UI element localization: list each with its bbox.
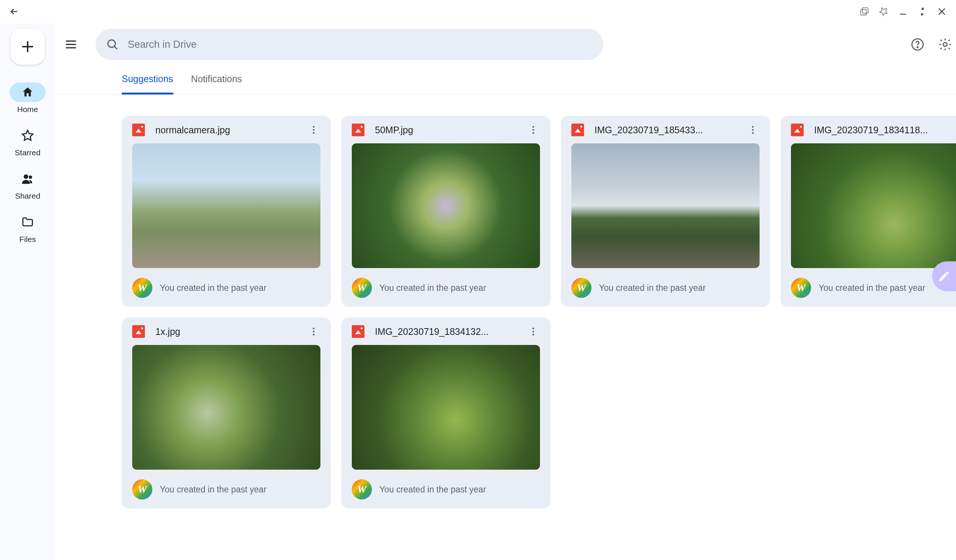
svg-line-14 — [114, 46, 117, 49]
more-button[interactable] — [746, 123, 759, 136]
new-window-icon[interactable] — [859, 6, 870, 17]
pencil-icon — [938, 270, 950, 282]
more-button[interactable] — [307, 325, 321, 338]
star-icon — [21, 129, 34, 142]
svg-point-21 — [533, 126, 535, 128]
tab-suggestions[interactable]: Suggestions — [122, 65, 173, 94]
sidebar: Home Starred Shared Files — [0, 24, 55, 560]
file-meta: You created in the past year — [160, 283, 267, 293]
owner-avatar: W — [132, 479, 153, 499]
more-vert-icon — [308, 326, 319, 337]
hamburger-icon — [64, 38, 78, 51]
close-icon[interactable] — [937, 6, 947, 17]
more-vert-icon — [308, 125, 319, 135]
svg-point-32 — [313, 334, 315, 336]
file-card[interactable]: 50MP.jpg W You created in the past year — [341, 116, 550, 307]
folder-icon — [21, 216, 34, 229]
svg-point-8 — [24, 174, 28, 179]
owner-avatar: W — [352, 479, 372, 499]
file-thumbnail — [352, 345, 540, 470]
svg-point-24 — [752, 126, 754, 128]
sidebar-item-label: Files — [19, 235, 36, 244]
restore-icon[interactable] — [917, 6, 928, 17]
file-thumbnail — [571, 143, 759, 268]
file-meta: You created in the past year — [819, 283, 925, 293]
svg-point-31 — [313, 331, 315, 333]
svg-point-13 — [108, 40, 115, 47]
more-vert-icon — [748, 125, 758, 135]
sidebar-item-files[interactable]: Files — [10, 212, 46, 244]
file-card[interactable]: IMG_20230719_1834132... W You created in… — [341, 317, 550, 508]
owner-avatar: W — [132, 278, 153, 298]
sidebar-item-label: Home — [17, 105, 38, 114]
file-meta: You created in the past year — [160, 485, 267, 495]
minimize-icon[interactable] — [898, 6, 908, 17]
image-file-icon — [791, 124, 803, 136]
svg-point-20 — [313, 132, 315, 134]
file-thumbnail — [132, 143, 321, 268]
main-content: W Suggestions Notifications normalcamera… — [55, 24, 956, 560]
svg-rect-0 — [861, 9, 866, 15]
help-icon — [911, 38, 924, 51]
menu-button[interactable] — [62, 36, 80, 53]
svg-point-17 — [943, 42, 947, 46]
tab-bar: Suggestions Notifications — [55, 65, 956, 95]
help-button[interactable] — [910, 36, 925, 52]
file-card[interactable]: 1x.jpg W You created in the past year — [122, 317, 331, 508]
more-button[interactable] — [527, 325, 540, 338]
file-name: 50MP.jpg — [375, 125, 516, 135]
svg-point-23 — [533, 132, 535, 134]
pin-icon[interactable] — [878, 6, 889, 17]
svg-point-18 — [313, 126, 315, 128]
sidebar-item-shared[interactable]: Shared — [10, 169, 46, 201]
more-button[interactable] — [307, 123, 321, 136]
svg-point-34 — [533, 331, 535, 333]
file-thumbnail — [791, 143, 956, 268]
new-button[interactable] — [11, 29, 45, 64]
file-card[interactable]: normalcamera.jpg W You created in the pa… — [122, 116, 331, 307]
owner-avatar: W — [571, 278, 591, 298]
more-vert-icon — [528, 326, 538, 337]
svg-point-26 — [752, 132, 754, 134]
sidebar-item-label: Starred — [15, 148, 41, 157]
file-name: IMG_20230719_185433... — [594, 125, 736, 135]
more-vert-icon — [528, 125, 538, 135]
svg-point-35 — [533, 334, 535, 336]
image-file-icon — [352, 124, 365, 136]
file-name: IMG_20230719_1834132... — [375, 326, 516, 337]
owner-avatar: W — [352, 278, 372, 298]
people-icon — [21, 172, 35, 185]
svg-point-30 — [313, 328, 315, 329]
more-button[interactable] — [527, 123, 540, 136]
file-thumbnail — [352, 143, 540, 268]
sidebar-item-starred[interactable]: Starred — [10, 126, 46, 157]
search-bar[interactable] — [96, 29, 604, 60]
svg-point-22 — [533, 129, 535, 131]
sidebar-item-home[interactable]: Home — [10, 83, 46, 114]
file-grid: normalcamera.jpg W You created in the pa… — [55, 95, 956, 522]
image-file-icon — [132, 325, 145, 338]
tab-notifications[interactable]: Notifications — [191, 65, 242, 94]
svg-point-25 — [752, 129, 754, 131]
owner-avatar: W — [791, 278, 811, 298]
file-meta: You created in the past year — [379, 283, 486, 293]
file-meta: You created in the past year — [379, 485, 486, 495]
file-name: IMG_20230719_1834118... — [814, 125, 955, 135]
file-thumbnail — [132, 345, 321, 470]
home-icon — [21, 86, 34, 99]
svg-point-33 — [533, 328, 535, 329]
file-meta: You created in the past year — [599, 283, 706, 293]
svg-marker-7 — [22, 130, 33, 140]
file-card[interactable]: IMG_20230719_185433... W You created in … — [561, 116, 770, 307]
window-chrome-bar — [0, 0, 956, 24]
image-file-icon — [571, 124, 584, 136]
gear-icon — [938, 37, 952, 52]
settings-button[interactable] — [937, 36, 953, 52]
image-file-icon — [352, 325, 365, 338]
file-name: 1x.jpg — [156, 326, 297, 337]
svg-point-19 — [313, 129, 315, 131]
back-icon[interactable] — [9, 6, 19, 17]
sidebar-item-label: Shared — [15, 191, 40, 201]
file-card[interactable]: IMG_20230719_1834118... W You created in… — [780, 116, 956, 307]
search-input[interactable] — [128, 39, 593, 50]
